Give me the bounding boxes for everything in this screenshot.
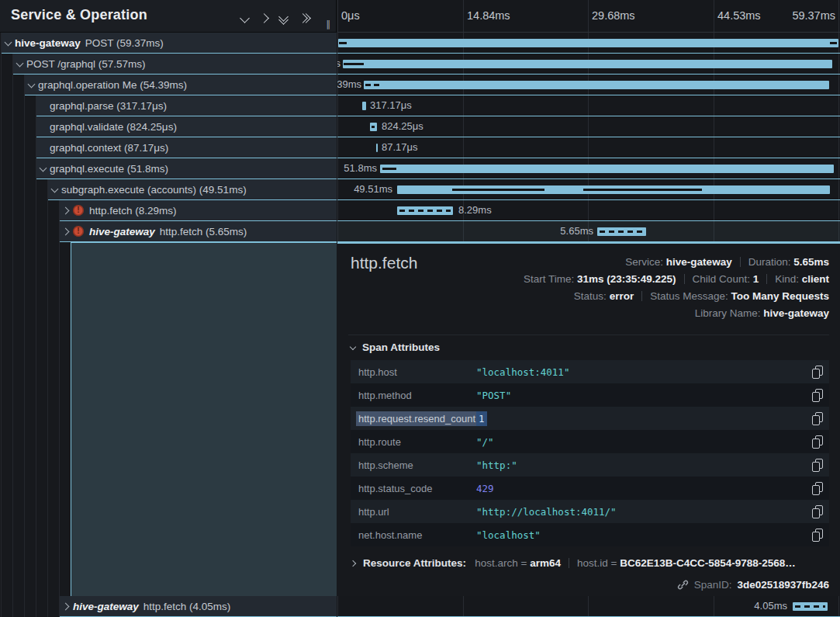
attribute-key: http.scheme	[358, 459, 476, 471]
indent-guide	[1, 33, 2, 617]
attribute-value: "http://localhost:4011/"	[476, 506, 811, 518]
tree-row-http-fetch-405[interactable]: hive-gateway http.fetch (4.05ms)	[60, 596, 337, 617]
span-bar[interactable]	[397, 206, 453, 215]
span-bar-row[interactable]	[337, 33, 840, 54]
tree-row-http-fetch-829[interactable]: ! http.fetch (8.29ms)	[60, 200, 337, 221]
span-bar-row[interactable]: 49.51ms	[337, 179, 840, 200]
span-bar-row[interactable]: 87.17μs	[337, 137, 840, 158]
collapse-all-icon[interactable]	[280, 13, 287, 23]
span-bar-row[interactable]: 317.17μs	[337, 95, 840, 116]
attribute-value: "/"	[476, 436, 811, 448]
detail-span-title: http.fetch	[351, 254, 417, 272]
meta-line-3: Status: errorStatus Message: Too Many Re…	[524, 288, 829, 305]
span-bar[interactable]	[343, 60, 832, 68]
span-attributes-table: http.host "localhost:4011" http.method "…	[351, 360, 829, 546]
duration-label: 8.29ms	[458, 200, 492, 220]
span-bar-row[interactable]: 8.29ms	[337, 200, 840, 221]
copy-icon[interactable]	[811, 505, 823, 518]
attribute-row: http.method "POST"	[351, 383, 829, 407]
copy-icon[interactable]	[811, 459, 823, 472]
link-icon[interactable]	[677, 579, 689, 591]
tree-row-hive-gateway-post[interactable]: hive-gateway POST (59.37ms)	[2, 33, 337, 54]
meta-line-4: Library Name: hive-gateway	[524, 305, 829, 322]
axis-tick: 29.68ms	[592, 9, 635, 22]
chevron-right-icon[interactable]	[62, 603, 70, 611]
indent-guide	[24, 33, 25, 617]
span-bar[interactable]	[397, 185, 830, 194]
attribute-value: "http:"	[476, 459, 811, 471]
span-bar-row[interactable]: 51.8ms	[337, 158, 840, 179]
meta-line-1: Service: hive-gatewayDuration: 5.65ms	[524, 254, 829, 271]
attribute-row: http.host "localhost:4011"	[351, 360, 829, 383]
duration-label: 317.17μs	[370, 95, 412, 116]
service-name: hive-gateway	[73, 601, 139, 612]
span-label: graphql.parse (317.17μs)	[50, 100, 167, 112]
chevron-down-icon	[350, 344, 356, 350]
span-tree-pane: Service & Operation ∥ hive-gateway POST …	[0, 0, 337, 617]
resource-key: host.id	[577, 557, 608, 569]
duration-label: 5.65ms	[337, 221, 593, 241]
tree-row-http-fetch-565-selected[interactable]: ! hive-gateway http.fetch (5.65ms)	[60, 221, 337, 242]
attribute-key: http.status_code	[358, 483, 476, 494]
span-label: graphql.operation Me (54.39ms)	[38, 79, 187, 91]
span-bar[interactable]	[376, 144, 378, 152]
attribute-key: http.request.resend_count	[358, 413, 476, 425]
expand-one-icon[interactable]	[261, 11, 268, 25]
span-bar[interactable]	[597, 227, 646, 236]
resource-value: BC62E13B-C4CC-5854-9788-2568…	[620, 557, 796, 569]
copy-icon[interactable]	[811, 389, 823, 402]
span-bar-row-selected[interactable]: 5.65ms	[337, 221, 840, 242]
tree-row-graphql-parse[interactable]: graphql.parse (317.17μs)	[36, 95, 337, 116]
attribute-row: http.status_code 429	[351, 477, 829, 500]
attribute-key: http.route	[358, 436, 476, 448]
span-bar[interactable]	[380, 165, 834, 173]
chevron-down-icon[interactable]	[16, 60, 24, 68]
duration-label: 51.8ms	[337, 158, 377, 179]
tree-row-post-graphql[interactable]: POST /graphql (57.57ms)	[13, 54, 337, 75]
span-bar-row[interactable]: 4.05ms	[337, 596, 840, 617]
service-name: hive-gateway	[15, 37, 81, 49]
meta-status: error	[610, 290, 634, 302]
span-bar[interactable]	[362, 102, 366, 110]
span-attributes-header[interactable]: Span Attributes	[351, 341, 440, 353]
error-icon: !	[73, 226, 84, 237]
tree-row-graphql-validate[interactable]: graphql.validate (824.25μs)	[36, 116, 337, 137]
span-bar-row[interactable]: 824.25μs	[337, 116, 840, 137]
chevron-down-icon[interactable]	[5, 39, 12, 47]
chevron-right-icon[interactable]	[62, 228, 70, 236]
copy-icon[interactable]	[811, 529, 823, 542]
span-bar[interactable]	[370, 123, 377, 131]
copy-icon[interactable]	[811, 482, 823, 495]
copy-icon[interactable]	[811, 435, 823, 449]
chevron-down-icon[interactable]	[28, 81, 36, 88]
tree-row-graphql-operation[interactable]: graphql.operation Me (54.39ms)	[25, 75, 337, 95]
tree-row-subgraph-execute[interactable]: subgraph.execute (accounts) (49.51ms)	[48, 179, 337, 200]
span-bar[interactable]	[338, 39, 838, 47]
meta-start-time: 31ms (23:35:49.225)	[577, 273, 676, 285]
chevron-right-icon[interactable]	[62, 207, 70, 215]
expand-all-icon[interactable]	[299, 15, 309, 22]
resource-attributes-row[interactable]: Resource Attributes: host.arch = arm64ho…	[351, 557, 796, 569]
tree-row-graphql-execute[interactable]: graphql.execute (51.8ms)	[36, 158, 337, 179]
chevron-down-icon[interactable]	[40, 165, 47, 172]
chevron-down-icon[interactable]	[51, 185, 59, 193]
pane-resize-handle[interactable]: ∥	[326, 19, 331, 29]
duration-label: 87.17μs	[382, 137, 418, 158]
copy-icon[interactable]	[811, 412, 823, 425]
duration-label: 49.51ms	[337, 179, 392, 199]
timeline-axis: 0μs 14.84ms 29.68ms 44.53ms 59.37ms	[337, 0, 840, 33]
span-label: graphql.validate (824.25μs)	[50, 121, 177, 133]
collapse-one-icon[interactable]	[241, 11, 248, 25]
service-name: hive-gateway	[89, 226, 155, 237]
span-id-value: 3de02518937fb246	[737, 579, 829, 591]
pane-title: Service & Operation	[11, 7, 147, 23]
span-bar-row[interactable]: 57.57ms	[337, 54, 840, 75]
resource-key: host.arch	[475, 557, 518, 569]
span-bar[interactable]	[364, 81, 829, 89]
span-label: subgraph.execute (accounts) (49.51ms)	[61, 184, 247, 196]
span-bar[interactable]	[793, 602, 828, 611]
tree-row-graphql-context[interactable]: graphql.context (87.17μs)	[36, 137, 337, 158]
span-bar-row[interactable]: 54.39ms	[337, 75, 840, 95]
detail-meta: Service: hive-gatewayDuration: 5.65ms St…	[524, 254, 829, 322]
copy-icon[interactable]	[811, 366, 823, 379]
